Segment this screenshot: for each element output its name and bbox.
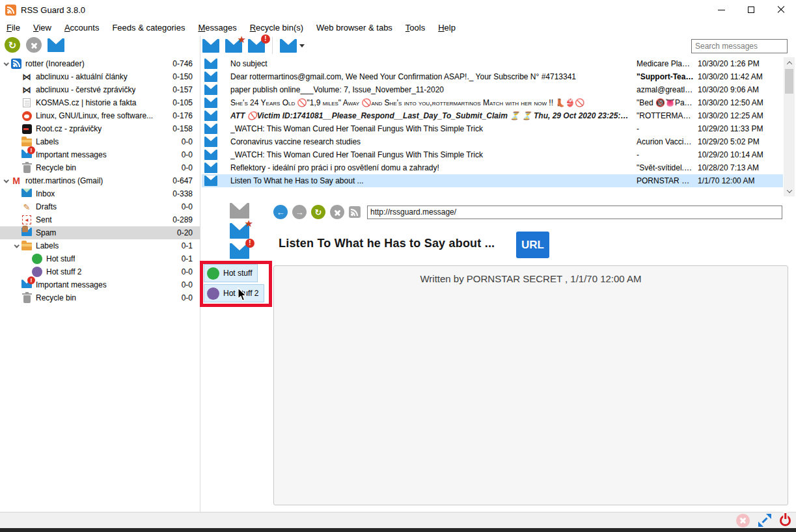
chevron-down-icon[interactable] [1, 179, 10, 183]
menu-file[interactable]: File [0, 21, 27, 34]
stop-load-button[interactable] [330, 205, 344, 219]
chevron-down-icon[interactable] [12, 244, 21, 248]
important-envelope-icon: ! [21, 150, 32, 160]
label-color-dot [207, 287, 219, 300]
feed-icon-slot: M [10, 176, 22, 186]
message-list-scrollbar[interactable] [784, 57, 795, 196]
feed-icon-slot: ⋈ [21, 85, 33, 95]
feed-count: 0-746 [172, 59, 200, 68]
quit-button[interactable] [780, 515, 791, 526]
message-row[interactable]: No subjectMedicare Plan <e...10/30/20 1:… [202, 57, 783, 70]
message-row[interactable]: Dear rottermartinos@gmail.com, We Need Y… [202, 70, 783, 83]
label-chip-hot-stuff[interactable]: Hot stuff [204, 264, 258, 282]
feed-label: Labels [36, 137, 59, 146]
feed-icon-slot: ! [21, 150, 33, 160]
abclinuxu-fish-icon: ⋈ [22, 72, 31, 82]
feed-item-sent[interactable]: ◄Sent0-289 [0, 213, 200, 226]
mark-message-read-button[interactable] [202, 39, 219, 53]
feed-item-labels[interactable]: Labels0-1 [0, 239, 200, 252]
feed-item-recycle-bin[interactable]: Recycle bin0-0 [0, 161, 200, 174]
feed-count: 0-0 [182, 280, 200, 289]
message-subject: paper publish online___Volume: 7, Issue_… [230, 85, 630, 94]
scroll-up-arrow[interactable] [784, 57, 795, 68]
feed-count: 0-20 [177, 228, 200, 237]
message-row[interactable]: _WATCH: This Woman Cured Her Toenail Fun… [202, 148, 783, 161]
search-input[interactable] [691, 39, 788, 53]
feed-item-root-cz-zpr-vi-ky[interactable]: Root.cz - zprávičky0-158 [0, 122, 200, 135]
toolbar-middle-group: ★ ! [202, 37, 305, 54]
fullscreen-button[interactable] [758, 513, 772, 527]
label-chip-text: Hot stuff [223, 269, 252, 278]
back-button[interactable]: ← [273, 205, 288, 219]
label-chip-hot-stuff-2[interactable]: Hot stuff 2 [204, 284, 264, 302]
message-row[interactable]: paper publish online___Volume: 7, Issue_… [202, 83, 783, 96]
menu-item-label: Tools [405, 23, 425, 33]
preview-toolbar: ★ ! [220, 203, 259, 259]
scrollbar-thumb[interactable] [785, 69, 793, 94]
feed-item-important-messages[interactable]: !Important messages0-0 [0, 278, 200, 291]
label-purple-icon [32, 267, 42, 277]
menu-web-browser-tabs[interactable]: Web browser & tabs [310, 21, 399, 34]
feed-item-inbox[interactable]: Inbox0-338 [0, 187, 200, 200]
stop-update-button[interactable] [26, 37, 42, 53]
message-row[interactable]: Coronavirus vaccine research studiesAcur… [202, 135, 783, 148]
message-sender: "ROTTERMARTIN... [637, 111, 694, 120]
toggle-important-button[interactable]: ★ [230, 223, 249, 239]
feed-count: 0-157 [172, 85, 200, 94]
folder-icon [21, 139, 32, 146]
feed-item-drafts[interactable]: ✎Drafts0-0 [0, 200, 200, 213]
update-feeds-button[interactable]: ↻ [5, 37, 20, 53]
message-menu-dropdown[interactable] [280, 39, 305, 53]
feed-icon-slot [21, 111, 33, 121]
window-title: RSS Guard 3.8.0 [21, 5, 85, 15]
close-button[interactable] [766, 0, 796, 20]
feed-label: Drafts [36, 202, 57, 211]
menu-tools[interactable]: Tools [399, 21, 432, 34]
feed-item-kosmas-cz-historie-a-fakta[interactable]: KOSMAS.cz | historie a fakta0-105 [0, 96, 200, 109]
feed-label: Hot stuff [46, 254, 75, 263]
feed-item-spam[interactable]: Spam0-20 [0, 226, 200, 239]
menu-view[interactable]: View [27, 21, 58, 34]
feed-item-linux-gnu-linux-free-software[interactable]: Linux, GNU/Linux, free software...0-176 [0, 109, 200, 122]
menu-accounts[interactable]: Accounts [58, 21, 105, 34]
mark-read-button[interactable] [48, 38, 64, 52]
url-button[interactable]: URL [516, 232, 549, 258]
feed-item-hot-stuff[interactable]: Hot stuff0-1 [0, 252, 200, 265]
mark-unread-button[interactable]: ! [248, 39, 265, 53]
feed-item-abclinuxu-aktu-ln-l-nky[interactable]: ⋈abclinuxu - aktuální články0-150 [0, 70, 200, 83]
message-row[interactable]: Listen To What he Has to Say about ...PO… [202, 174, 783, 187]
message-subject: _WATCH: This Woman Cured Her Toenail Fun… [230, 150, 630, 159]
maximize-button[interactable] [736, 0, 766, 20]
feed-item-rotter-martinos-gmail[interactable]: Mrotter.martinos (Gmail)0-647 [0, 174, 200, 187]
title-bar: RSS Guard 3.8.0 [0, 0, 796, 20]
message-row[interactable]: She's 24 Years Old 🚫"1,9 miles" Away 🚫an… [202, 96, 783, 109]
feed-item-abclinuxu-erstv-zpr-vi-ky[interactable]: ⋈abclinuxu - čerstvé zprávičky0-157 [0, 83, 200, 96]
feed-label: rotter (Inoreader) [25, 59, 85, 68]
menu-help[interactable]: Help [432, 21, 462, 34]
message-row[interactable]: Reflektory - ideální pro práci i pro osv… [202, 161, 783, 174]
minimize-button[interactable] [706, 0, 736, 20]
inoreader-rss-icon [11, 59, 21, 69]
message-row[interactable]: ATT 🚫Victim ID:1741081__Please_Respond__… [202, 109, 783, 122]
url-input[interactable] [367, 206, 782, 219]
chevron-down-icon[interactable] [1, 62, 10, 66]
reload-button[interactable]: ↻ [311, 205, 325, 219]
feed-item-important-messages[interactable]: !Important messages0-0 [0, 148, 200, 161]
feed-count: 0-647 [172, 176, 200, 185]
vertical-splitter[interactable] [200, 36, 200, 512]
menu-messages[interactable]: Messages [191, 21, 243, 34]
feed-item-recycle-bin[interactable]: Recycle bin0-0 [0, 291, 200, 304]
toggle-read-button[interactable] [230, 203, 249, 219]
message-row[interactable]: _WATCH: This Woman Cured Her Toenail Fun… [202, 122, 783, 135]
menu-recycle-bin-s[interactable]: Recycle bin(s) [243, 21, 310, 34]
forward-button[interactable]: → [292, 205, 307, 219]
toggle-unread-button[interactable]: ! [230, 243, 249, 259]
mark-important-button[interactable]: ★ [225, 39, 242, 53]
minimize-icon [718, 10, 725, 10]
scroll-down-arrow[interactable] [784, 185, 795, 196]
menu-feeds-categories[interactable]: Feeds & categories [105, 21, 191, 34]
message-byline: Written by PORNSTAR SECRET , 1/1/70 12:0… [274, 273, 788, 284]
sent-icon: ◄ [22, 215, 31, 224]
feed-count: 0-0 [182, 137, 200, 146]
feed-item-rotter-inoreader[interactable]: rotter (Inoreader)0-746 [0, 57, 200, 70]
